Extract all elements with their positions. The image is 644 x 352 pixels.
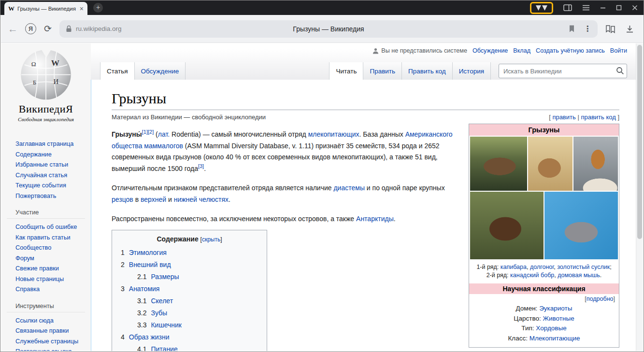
sidebar-link[interactable]: Связанные правки [15, 325, 91, 336]
sidebar-link[interactable]: Новые страницы [15, 274, 91, 284]
toc-item[interactable]: 3Анатомия [121, 283, 258, 295]
taxon-link[interactable]: Эукариоты [539, 305, 572, 312]
browser-tab[interactable]: W Грызуны — Википедия × [4, 2, 87, 15]
scrollbar-thumb[interactable] [637, 45, 642, 239]
toc-item[interactable]: 3.1Скелет [137, 295, 258, 307]
maximize-button[interactable] [616, 5, 622, 11]
inline-link[interactable]: Антарктиды [356, 215, 394, 223]
house-mouse-photo[interactable] [544, 192, 618, 259]
wikipedia-globe-logo[interactable]: Ω W И Б [19, 47, 72, 100]
collections-icon[interactable] [605, 25, 615, 33]
taxon-rank: Царство: [514, 315, 543, 322]
toc-item[interactable]: 1Этимология [121, 247, 258, 259]
inline-link[interactable]: золотистый суслик [557, 264, 610, 270]
inline-link[interactable]: править [552, 113, 575, 121]
sidebar-link[interactable]: Свежие правки [15, 263, 91, 274]
toc-item[interactable]: 3.3Кишечник [137, 319, 258, 331]
sidebar-link[interactable]: Заглавная страница [15, 139, 91, 149]
wikipedia-favicon: W [8, 5, 14, 13]
toc-item[interactable]: 2.1Размеры [137, 271, 258, 283]
personal-link-contribs[interactable]: Вклад [513, 47, 530, 54]
inline-link[interactable]: резцов [112, 196, 133, 203]
sidebar-link[interactable]: Форум [15, 253, 91, 264]
sidebar-link[interactable]: Сообщество [15, 242, 91, 253]
taxon-link[interactable]: Животные [543, 315, 574, 322]
text-segment: , [527, 264, 530, 270]
inline-link[interactable]: лат. [158, 130, 170, 138]
inline-link[interactable]: нижней челюстях [174, 196, 229, 203]
tab-edit[interactable]: Править [363, 62, 402, 80]
sidebar-link[interactable]: Ссылки сюда [15, 315, 91, 326]
browser-menu-button[interactable] [582, 4, 590, 11]
new-tab-button[interactable]: + [93, 3, 103, 13]
tab-history[interactable]: История [453, 62, 491, 80]
sidebar-link[interactable]: Постоянная ссылка [15, 346, 91, 351]
tab-close-icon[interactable]: × [80, 5, 84, 12]
wikipedia-wordmark[interactable]: ВикипедиЯ [1, 103, 91, 115]
taxon-link[interactable]: Млекопитающие [530, 335, 580, 342]
personal-link-login[interactable]: Войти [610, 47, 627, 54]
personal-link-talk[interactable]: Обсуждение [472, 47, 508, 54]
svg-text:И: И [54, 78, 59, 85]
inline-link[interactable]: [2] [148, 129, 154, 135]
close-icon [632, 5, 638, 11]
inline-link[interactable]: править код [581, 113, 615, 121]
highlighted-extension-icon[interactable] [530, 2, 553, 14]
inline-link[interactable]: [3] [198, 163, 204, 169]
canadian-beaver-photo[interactable] [470, 192, 544, 259]
inline-link[interactable]: подробно [587, 296, 614, 302]
back-icon[interactable]: ← [8, 24, 18, 34]
springhare-photo[interactable] [528, 137, 572, 191]
inline-link[interactable]: канадский бобр [510, 272, 554, 279]
text-segment: Отличительным признаком представителей о… [112, 184, 333, 192]
yandex-icon[interactable]: Я [25, 23, 36, 34]
tab-edit-source[interactable]: Править код [402, 62, 453, 80]
text-segment: 2-й ряд: [487, 272, 510, 279]
inline-link[interactable]: диастемы [333, 184, 365, 192]
taxon-link[interactable]: Хордовые [536, 324, 566, 332]
sidebar-link[interactable]: Служебные страницы [15, 336, 91, 347]
sidebar-section-title: Инструменты [7, 302, 85, 312]
toc-item[interactable]: 4Образ жизни [121, 331, 258, 343]
downloads-icon[interactable] [625, 25, 634, 33]
inline-link[interactable]: скрыть [202, 236, 220, 243]
address-bar[interactable]: ru.wikipedia.org Грызуны — Википедия ⋮ [59, 20, 598, 38]
sidebar-link[interactable]: Как править статьи [15, 232, 91, 243]
sidebar-link[interactable]: Содержание [15, 149, 91, 160]
sidebar-link[interactable]: Сообщить об ошибке [15, 222, 91, 232]
inline-link[interactable]: долгоног [530, 264, 554, 270]
toc-item[interactable]: 3.2Зубы [137, 307, 258, 319]
inline-link[interactable]: [1] [142, 129, 148, 135]
page-scrollbar[interactable] [636, 43, 643, 351]
text-segment: . [600, 272, 601, 279]
tab-read[interactable]: Читать [329, 62, 363, 80]
toc-header[interactable]: Содержание [скрыть] [121, 235, 258, 243]
sidebar-link[interactable]: Справка [15, 284, 91, 295]
sidebar-link[interactable]: Текущие события [15, 180, 91, 191]
side-panel-button[interactable] [563, 4, 572, 12]
sidebar-link[interactable]: Пожертвовать [15, 191, 91, 201]
toc-item[interactable]: 2Внешний вид [121, 259, 258, 271]
inline-link[interactable]: верхней [141, 196, 166, 203]
close-window-button[interactable] [632, 5, 638, 11]
capybara-photo[interactable] [470, 137, 527, 191]
toc-item[interactable]: 4.1Питание [137, 343, 258, 352]
refresh-icon[interactable]: ⟳ [44, 24, 52, 33]
section-edit-links[interactable]: [ править | править код ] [549, 113, 619, 121]
tab-article[interactable]: Статья [100, 62, 135, 80]
minimize-button[interactable] [600, 5, 606, 11]
search-icon[interactable] [616, 67, 624, 75]
inline-link[interactable]: капибара [501, 264, 527, 270]
personal-link-create-account[interactable]: Создать учётную запись [536, 47, 605, 54]
taxobox-details-link[interactable]: [подробно] [469, 294, 619, 303]
sidebar-link[interactable]: Избранные статьи [15, 159, 91, 170]
search-input[interactable] [499, 64, 627, 78]
sidebar-participation: Сообщить об ошибке Как править статьи Со… [15, 222, 91, 295]
text-segment: и [166, 196, 174, 203]
golden-ground-squirrel-photo[interactable] [573, 137, 618, 191]
tab-discussion[interactable]: Обсуждение [135, 62, 186, 80]
sidebar-link[interactable]: Случайная статья [15, 170, 91, 181]
table-of-contents: Содержание [скрыть] 1Этимология 2Внешний… [112, 230, 267, 352]
inline-link[interactable]: домовая мышь [558, 272, 600, 279]
inline-link[interactable]: млекопитающих [308, 130, 359, 138]
